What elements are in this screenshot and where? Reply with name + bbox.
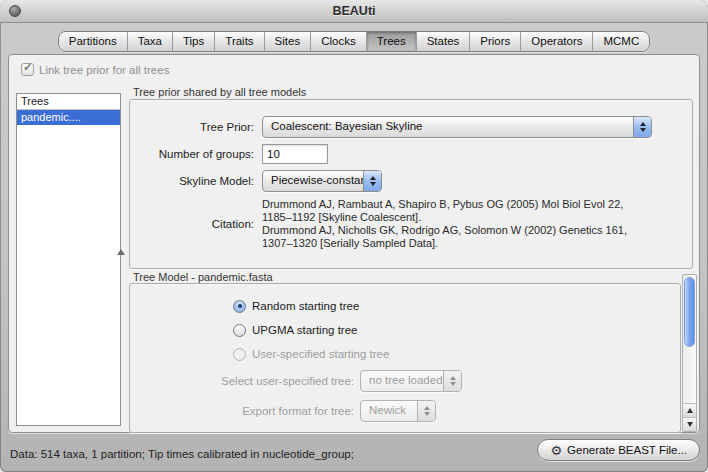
citation-row: Citation: Drummond AJ, Rambaut A, Shapir… (136, 198, 682, 250)
combo-arrows-icon (363, 171, 381, 191)
number-of-groups-input[interactable] (262, 144, 328, 164)
tab-bar: Partitions Taxa Tips Traits Sites Clocks… (0, 31, 708, 52)
tab-trees[interactable]: Trees (366, 32, 416, 51)
radio-disabled-icon (233, 348, 246, 361)
checkmark-icon: ✓ (23, 60, 33, 74)
number-of-groups-label: Number of groups: (136, 148, 254, 160)
number-of-groups-row: Number of groups: (136, 144, 682, 164)
export-format-row: Export format for tree: Newick (130, 400, 680, 422)
arrow-down-icon (687, 422, 693, 427)
citation-label: Citation: (136, 218, 254, 230)
arrow-up-icon (687, 408, 693, 413)
tree-prior-group-title: Tree prior shared by all tree models (133, 86, 306, 98)
skyline-model-select[interactable]: Piecewise-constant (262, 170, 382, 192)
tab-operators[interactable]: Operators (520, 32, 592, 51)
tree-list-header: Trees (17, 94, 120, 110)
link-tree-prior-row: ✓ Link tree prior for all trees (21, 63, 169, 76)
link-tree-prior-label: Link tree prior for all trees (39, 64, 169, 76)
link-tree-prior-checkbox[interactable]: ✓ (21, 63, 34, 76)
tab-traits[interactable]: Traits (214, 32, 263, 51)
tab-states[interactable]: States (416, 32, 470, 51)
skyline-model-label: Skyline Model: (136, 175, 254, 187)
export-format-select[interactable]: Newick (360, 400, 436, 422)
status-bar: Data: 514 taxa, 1 partition; Tip times c… (0, 433, 708, 472)
gear-icon: ⚙ (550, 444, 562, 457)
splitter-collapse-button[interactable] (113, 245, 129, 258)
combo-arrows-icon (417, 401, 435, 421)
vertical-scrollbar[interactable] (682, 274, 697, 432)
tree-list-item-pandemic[interactable]: pandemic.... (17, 110, 120, 125)
radio-selected-icon (233, 300, 246, 313)
select-user-tree-select[interactable]: no tree loaded (360, 370, 462, 392)
trees-panel: ✓ Link tree prior for all trees Trees pa… (8, 54, 700, 433)
tab-clocks[interactable]: Clocks (310, 32, 366, 51)
generate-beast-file-label: Generate BEAST File... (567, 444, 687, 456)
title-bar: BEAUti (0, 0, 708, 23)
tab-sites[interactable]: Sites (264, 32, 311, 51)
tab-partitions[interactable]: Partitions (59, 32, 127, 51)
tree-prior-select[interactable]: Coalescent: Bayesian Skyline (262, 116, 652, 138)
tree-model-group-title: Tree Model - pandemic.fasta (133, 271, 273, 283)
scroll-down-button[interactable] (683, 417, 696, 431)
generate-beast-file-button[interactable]: ⚙ Generate BEAST File... (537, 439, 700, 461)
combo-arrows-icon (443, 371, 461, 391)
radio-random-starting-tree[interactable]: Random starting tree (233, 298, 680, 314)
chevron-up-icon (117, 249, 125, 255)
window-title: BEAUti (0, 4, 708, 18)
status-text: Data: 514 taxa, 1 partition; Tip times c… (10, 448, 354, 460)
tab-taxa[interactable]: Taxa (127, 32, 172, 51)
tree-list: Trees pandemic.... (16, 93, 121, 426)
skyline-model-row: Skyline Model: Piecewise-constant (136, 170, 682, 192)
radio-upgma-starting-tree[interactable]: UPGMA starting tree (233, 322, 680, 338)
export-format-label: Export format for tree: (130, 405, 354, 417)
scrollbar-arrows (683, 403, 696, 431)
tab-mcmc[interactable]: MCMC (592, 32, 649, 51)
scrollbar-thumb[interactable] (684, 277, 695, 347)
tab-tips[interactable]: Tips (172, 32, 214, 51)
scroll-up-button[interactable] (683, 403, 696, 417)
select-user-tree-label: Select user-specified tree: (130, 375, 354, 387)
tab-priors[interactable]: Priors (469, 32, 520, 51)
radio-unselected-icon (233, 324, 246, 337)
beauti-window: BEAUti Partitions Taxa Tips Traits Sites… (0, 0, 708, 472)
tree-prior-row: Tree Prior: Coalescent: Bayesian Skyline (136, 116, 682, 138)
tree-model-group: Random starting tree UPGMA starting tree… (129, 283, 681, 433)
tree-prior-label: Tree Prior: (136, 121, 254, 133)
citation-text: Drummond AJ, Rambaut A, Shapiro B, Pybus… (262, 198, 627, 250)
tree-prior-group: Tree Prior: Coalescent: Bayesian Skyline… (129, 99, 693, 269)
select-user-tree-row: Select user-specified tree: no tree load… (130, 370, 680, 392)
combo-arrows-icon (633, 117, 651, 137)
radio-user-specified-starting-tree[interactable]: User-specified starting tree (233, 346, 680, 362)
